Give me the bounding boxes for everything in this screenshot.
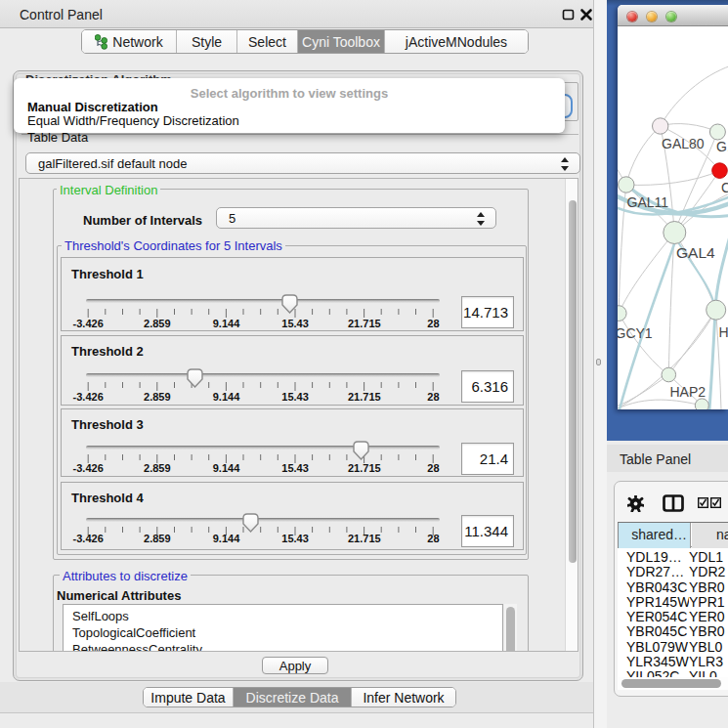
svg-text:GAL11: GAL11 <box>627 194 669 210</box>
svg-text:GAL4: GAL4 <box>676 244 715 261</box>
svg-text:C: C <box>721 180 728 195</box>
svg-text:GAL80: GAL80 <box>662 136 705 151</box>
svg-text:HAP2: HAP2 <box>670 384 707 400</box>
svg-text:GCY1: GCY1 <box>618 325 653 341</box>
svg-text:G.: G. <box>716 139 728 154</box>
svg-text:H: H <box>719 324 728 340</box>
